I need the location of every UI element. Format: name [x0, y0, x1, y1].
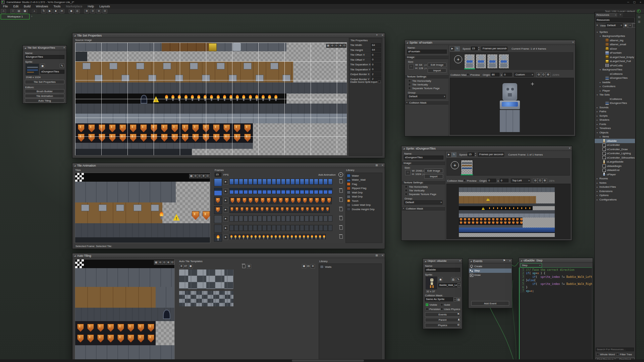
- animation-thumbnail[interactable]: [214, 197, 222, 205]
- whole-word-checkbox[interactable]: [596, 353, 599, 356]
- save-project-icon[interactable]: ▦: [22, 9, 28, 13]
- fit-view-icon[interactable]: ⊡: [205, 174, 210, 178]
- tree-expand-icon[interactable]: ▸: [596, 127, 598, 129]
- animation-frame[interactable]: [325, 206, 330, 213]
- animation-frame[interactable]: [322, 234, 326, 239]
- origin-x-input[interactable]: 86: [491, 73, 499, 76]
- tree-item-paths[interactable]: ▸Paths: [595, 110, 635, 114]
- play-animation-button[interactable]: ▶: [223, 198, 228, 203]
- import-button[interactable]: Import: [428, 68, 446, 73]
- zoom-reset-icon[interactable]: ⊙: [541, 72, 546, 77]
- animation-frame[interactable]: [260, 197, 265, 204]
- animation-frame[interactable]: [305, 225, 309, 231]
- animation-frame[interactable]: [286, 234, 289, 239]
- dock-icon[interactable]: ▦: [375, 254, 378, 257]
- edit-sprite-button[interactable]: ✎: [456, 277, 461, 281]
- close-tab-icon[interactable]: ×: [615, 13, 616, 16]
- tree-collapse-icon[interactable]: ▾: [596, 131, 598, 134]
- collision-mask-field[interactable]: Same As Sprite: [425, 297, 453, 301]
- animation-frame[interactable]: [270, 234, 273, 239]
- animation-frame[interactable]: [310, 234, 314, 239]
- view-dropdown[interactable]: Default: [606, 23, 623, 27]
- play-animation-button[interactable]: ▶: [223, 216, 228, 222]
- expand-icon[interactable]: ▸: [403, 207, 404, 209]
- animation-frame[interactable]: [229, 188, 234, 194]
- animation-frame[interactable]: [275, 206, 279, 213]
- delete-animation-icon[interactable]: [339, 198, 343, 202]
- animation-frame[interactable]: [296, 197, 302, 204]
- sfountain-titlebar[interactable]: ◢ Sprite: sFountain ×: [405, 40, 575, 45]
- sprite-frame[interactable]: [476, 54, 486, 69]
- animation-frame[interactable]: [290, 197, 296, 204]
- animation-frame[interactable]: [319, 179, 323, 185]
- brush-builder-button[interactable]: Brush Builder: [25, 89, 64, 93]
- delete-animation-icon[interactable]: [339, 180, 343, 183]
- sprite-name-input[interactable]: sFountain: [407, 50, 447, 54]
- animation-frame[interactable]: [284, 197, 289, 204]
- animation-frame[interactable]: [234, 225, 238, 231]
- menu-build[interactable]: Build: [24, 5, 31, 8]
- delete-animation-icon[interactable]: [339, 226, 343, 230]
- dock-icon[interactable]: ▤: [638, 15, 641, 18]
- delete-animation-icon[interactable]: [339, 217, 343, 220]
- animation-frame[interactable]: [262, 225, 267, 231]
- workspace-tab[interactable]: Workspace 1: [1, 14, 30, 19]
- animation-frame[interactable]: [326, 197, 332, 204]
- animation-frame[interactable]: [262, 216, 267, 222]
- animation-frame[interactable]: [253, 225, 257, 231]
- fit-view-icon[interactable]: ⊡: [342, 44, 346, 48]
- animation-frame[interactable]: [309, 188, 314, 194]
- animation-frame[interactable]: [267, 179, 271, 185]
- animation-frame[interactable]: [246, 234, 249, 239]
- animation-frame[interactable]: [250, 206, 254, 213]
- view-filter-icon[interactable]: ✦: [596, 24, 598, 27]
- animation-frame[interactable]: [314, 179, 318, 185]
- animation-frame[interactable]: [248, 179, 253, 185]
- animation-frame[interactable]: [295, 225, 300, 231]
- library-grid-icon[interactable]: ▣: [302, 264, 306, 268]
- library-item[interactable]: Torch: [346, 199, 382, 203]
- sprite-browse-button[interactable]: ⋯: [458, 283, 461, 287]
- tree-expand-icon[interactable]: ▸: [599, 89, 601, 92]
- tree-item-ocontroller-lighting[interactable]: oController_Lighting: [595, 152, 635, 156]
- library-item[interactable]: Double Height Drip: [346, 207, 382, 212]
- collision-edit-button[interactable]: ▨: [457, 297, 461, 301]
- library-item[interactable]: Flag: [346, 182, 382, 186]
- animation-frame[interactable]: [306, 234, 310, 239]
- sprite-name-input[interactable]: sDungeonTiles: [404, 156, 443, 160]
- source-image-canvas[interactable]: ▦⊖⊙⊕⊡: [75, 42, 347, 156]
- tileset-properties-button[interactable]: Tile Set Properties: [25, 80, 64, 84]
- animation-frame[interactable]: [320, 206, 325, 213]
- animation-frame[interactable]: [272, 216, 276, 222]
- tree-item-backgroundsprites[interactable]: ▾BackgroundSprites: [595, 34, 635, 39]
- animation-frame[interactable]: [300, 188, 304, 194]
- animation-frame[interactable]: [286, 188, 290, 194]
- tree-item-obaddie[interactable]: oBaddie: [595, 139, 635, 143]
- animation-frame[interactable]: [272, 225, 276, 231]
- edit-image-button[interactable]: Edit Image: [428, 63, 446, 67]
- animation-frame[interactable]: [241, 197, 247, 204]
- animation-frame[interactable]: [320, 197, 326, 204]
- run-icon[interactable]: ▶: [47, 9, 52, 13]
- animation-frame[interactable]: [309, 179, 314, 185]
- animation-frame[interactable]: [305, 179, 309, 185]
- animation-frame[interactable]: [290, 179, 295, 185]
- animation-frame[interactable]: [276, 216, 281, 222]
- property-value-input[interactable]: 2: [371, 72, 381, 76]
- animation-frame[interactable]: [258, 225, 262, 231]
- animation-frame[interactable]: [267, 216, 271, 222]
- tsp-titlebar[interactable]: ◢ Tile Set Properties ✦ ×: [72, 33, 385, 38]
- maximize-button[interactable]: ▢: [633, 1, 636, 4]
- tree-item-ocontroller-silhouettes[interactable]: oController_Silhouettes: [595, 156, 635, 160]
- edit-image-button[interactable]: Edit Image: [424, 169, 443, 173]
- animation-thumbnail[interactable]: [214, 188, 222, 196]
- animation-frame[interactable]: [281, 216, 285, 222]
- zoom-in-icon[interactable]: ⊕: [84, 9, 89, 13]
- animation-frame[interactable]: [328, 179, 332, 185]
- animation-frame[interactable]: [309, 225, 314, 231]
- sprite-frame[interactable]: [498, 54, 509, 69]
- add-animation-label[interactable]: Add Animation: [318, 173, 336, 176]
- close-icon[interactable]: ×: [572, 41, 574, 44]
- collapse-icon[interactable]: ◢: [470, 260, 472, 262]
- events-titlebar[interactable]: ◢ Events ⚑ ×: [469, 259, 512, 263]
